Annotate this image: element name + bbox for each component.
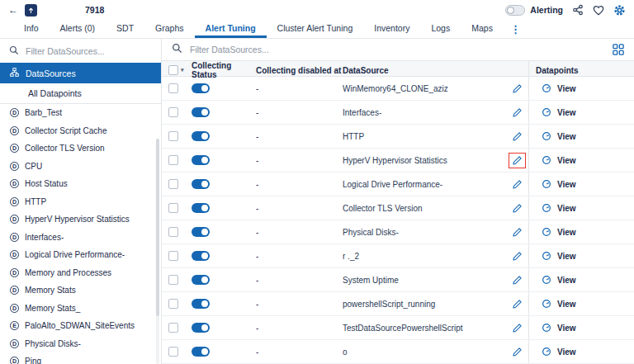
sidebar-item-datasources[interactable]: DataSources	[0, 63, 161, 83]
sidebar-item-label: Host Status	[25, 179, 68, 188]
row-checkbox[interactable]	[168, 203, 178, 213]
edit-pencil-button[interactable]	[509, 82, 525, 96]
edit-pencil-button[interactable]	[509, 225, 525, 239]
view-link[interactable]: View	[557, 132, 576, 141]
collecting-disabled-at-value: -	[256, 324, 343, 333]
tab-inventory[interactable]: Inventory	[363, 20, 420, 38]
row-checkbox[interactable]	[168, 347, 178, 357]
view-link[interactable]: View	[557, 347, 576, 357]
sidebar-item-collector-tls-version[interactable]: DCollector TLS Version	[0, 139, 161, 158]
sidebar-filter-input[interactable]	[26, 46, 133, 56]
tab-logs[interactable]: Logs	[420, 20, 461, 38]
share-icon[interactable]	[572, 4, 584, 16]
datasource-icon: D	[10, 215, 19, 224]
row-checkbox[interactable]	[168, 155, 178, 165]
row-checkbox[interactable]	[168, 227, 178, 237]
row-checkbox[interactable]	[168, 83, 178, 93]
all-datapoints-label: All Datapoints	[28, 88, 82, 98]
view-link[interactable]: View	[557, 180, 576, 189]
sidebar-item-memory-and-processes[interactable]: DMemory and Processes	[0, 264, 161, 282]
tab-alerts-0-[interactable]: Alerts (0)	[50, 20, 106, 38]
table-row: - HTTP View	[162, 125, 634, 149]
edit-pencil-button[interactable]	[509, 273, 525, 287]
sidebar-item-ping[interactable]: DPing	[0, 352, 161, 364]
row-checkbox[interactable]	[168, 251, 178, 261]
row-checkbox[interactable]	[168, 107, 178, 117]
collecting-disabled-at-value: -	[256, 108, 343, 117]
datasource-filter-input[interactable]	[190, 45, 297, 54]
collecting-status-toggle[interactable]	[192, 347, 210, 357]
tab-maps[interactable]: Maps	[461, 20, 504, 38]
view-link[interactable]: View	[557, 228, 576, 237]
collecting-status-toggle[interactable]	[192, 203, 210, 213]
view-link[interactable]: View	[557, 84, 576, 93]
view-link[interactable]: View	[557, 204, 576, 213]
search-icon	[9, 44, 19, 59]
favorite-heart-icon[interactable]	[593, 5, 604, 16]
sidebar-item-http[interactable]: DHTTP	[0, 193, 161, 211]
tab-graphs[interactable]: Graphs	[144, 20, 194, 38]
collecting-status-toggle[interactable]	[192, 251, 210, 261]
sidebar-item-interfaces-[interactable]: DInterfaces-	[0, 229, 161, 247]
edit-pencil-button[interactable]	[509, 297, 525, 311]
edit-pencil-button[interactable]	[509, 321, 525, 335]
row-checkbox[interactable]	[168, 323, 178, 333]
tab-bar: InfoAlerts (0)SDTGraphsAlert TuningClust…	[0, 20, 634, 39]
edit-pencil-button[interactable]	[509, 345, 525, 359]
sidebar-item-paloalto-sdwan-siteevents[interactable]: EPaloAlto_SDWAN_SiteEvents	[0, 317, 161, 335]
sidebar-item-barb-test[interactable]: DBarb_Test	[0, 104, 161, 122]
edit-pencil-button[interactable]	[509, 130, 525, 144]
collecting-status-toggle[interactable]	[192, 323, 210, 333]
collecting-status-toggle[interactable]	[192, 155, 210, 165]
edit-pencil-button[interactable]	[509, 201, 525, 215]
edit-pencil-button[interactable]	[509, 177, 525, 191]
sidebar-item-memory-stats-[interactable]: DMemory Stats_	[0, 300, 161, 318]
alerting-toggle[interactable]	[505, 5, 525, 16]
sidebar-item-host-status[interactable]: DHost Status	[0, 175, 161, 193]
view-link[interactable]: View	[557, 276, 576, 285]
view-link[interactable]: View	[557, 300, 576, 309]
sidebar-scrollbar-thumb[interactable]	[156, 139, 159, 316]
collecting-status-toggle[interactable]	[192, 275, 210, 285]
select-dropdown-caret-icon[interactable]: ▾	[181, 67, 184, 73]
datasource-icon: D	[10, 286, 19, 295]
settings-gear-icon[interactable]	[613, 4, 626, 17]
eventsource-icon: E	[10, 321, 19, 330]
sidebar-item-cpu[interactable]: DCPU	[0, 158, 161, 176]
row-checkbox[interactable]	[168, 299, 178, 309]
collecting-status-toggle[interactable]	[192, 299, 210, 309]
sidebar-item-memory-stats[interactable]: DMemory Stats	[0, 281, 161, 300]
tab-alert-tuning[interactable]: Alert Tuning	[195, 20, 267, 38]
edit-pencil-button[interactable]	[509, 106, 525, 120]
device-icon	[25, 4, 37, 17]
collecting-status-toggle[interactable]	[192, 131, 210, 141]
row-checkbox[interactable]	[168, 131, 178, 141]
tabs-overflow-menu-icon[interactable]: ⋮	[504, 20, 528, 38]
select-all-checkbox[interactable]	[168, 65, 178, 75]
collecting-status-toggle[interactable]	[192, 179, 210, 189]
row-checkbox[interactable]	[168, 275, 178, 285]
datasource-name: Logical Drive Performance-	[343, 180, 505, 189]
tab-info[interactable]: Info	[13, 20, 50, 38]
tab-sdt[interactable]: SDT	[106, 20, 144, 38]
edit-pencil-button[interactable]	[509, 153, 526, 168]
view-link[interactable]: View	[557, 324, 576, 333]
row-checkbox[interactable]	[168, 179, 178, 189]
datasource-icon: D	[10, 179, 19, 188]
sidebar-item-physical-disks-[interactable]: DPhysical Disks-	[0, 335, 161, 353]
collecting-status-toggle[interactable]	[192, 83, 210, 93]
view-link[interactable]: View	[557, 108, 576, 117]
collecting-status-toggle[interactable]	[192, 227, 210, 237]
sidebar-item-collector-script-cache[interactable]: DCollector Script Cache	[0, 122, 161, 140]
sidebar-item-hyperv-hypervisor-statistics[interactable]: DHyperV Hypervisor Statistics	[0, 210, 161, 229]
tab-cluster-alert-tuning[interactable]: Cluster Alert Tuning	[267, 20, 364, 38]
back-arrow-icon[interactable]: ←	[8, 4, 20, 16]
view-link[interactable]: View	[557, 252, 576, 261]
collecting-status-toggle[interactable]	[192, 107, 210, 117]
view-link[interactable]: View	[557, 156, 576, 165]
sidebar-item-all-datapoints[interactable]: All Datapoints	[0, 83, 161, 104]
sidebar-item-logical-drive-performance-[interactable]: DLogical Drive Performance-	[0, 246, 161, 264]
edit-pencil-button[interactable]	[509, 249, 525, 263]
table-row: - System Uptime View	[162, 268, 634, 292]
grid-view-icon[interactable]	[613, 44, 624, 55]
